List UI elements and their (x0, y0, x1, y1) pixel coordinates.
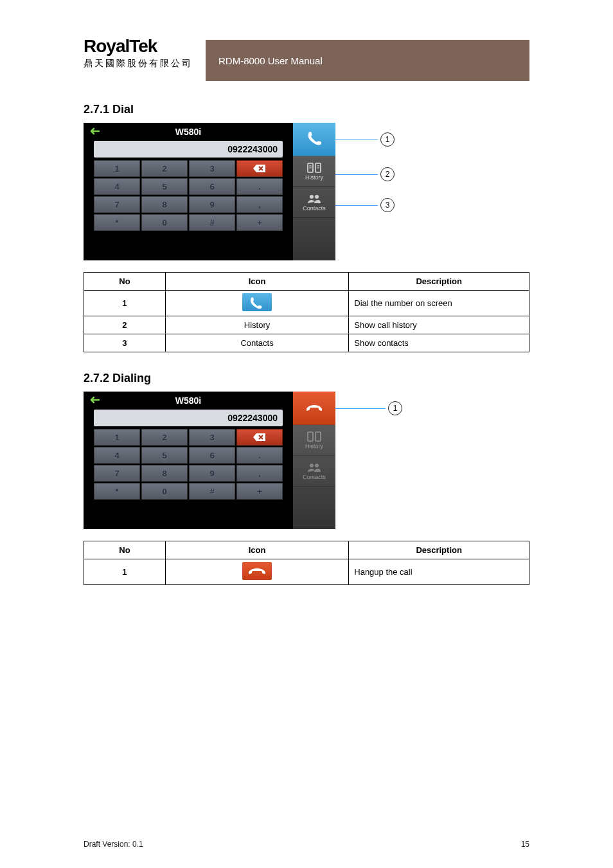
th-desc: Description (349, 273, 529, 291)
back-icon[interactable] (89, 126, 100, 138)
table-row: 2 History Show call history (84, 316, 529, 334)
key-comma[interactable]: , (236, 465, 283, 482)
logo-title: RoyalTek (84, 36, 193, 57)
key-backspace[interactable] (236, 160, 283, 177)
device-frame: W580i 0922243000 1 2 3 4 5 6 . (84, 123, 335, 260)
key-3[interactable]: 3 (189, 429, 235, 446)
contacts-button[interactable]: Contacts (293, 187, 335, 218)
device-title: W580i (175, 395, 201, 406)
key-7[interactable]: 7 (94, 196, 140, 213)
key-1[interactable]: 1 (94, 429, 140, 446)
th-icon: Icon (165, 273, 348, 291)
contacts-label: Contacts (303, 205, 326, 212)
footer-version: Draft Version: 0.1 (84, 840, 143, 849)
footer-page-number: 15 (521, 840, 529, 849)
brand-logo: RoyalTek 鼎天國際股份有限公司 (84, 36, 193, 69)
description-table-2: No Icon Description 1 Hangup the call (84, 541, 529, 585)
key-4[interactable]: 4 (94, 447, 140, 464)
contacts-icon (306, 462, 322, 473)
key-star[interactable]: * (94, 483, 140, 500)
key-8[interactable]: 8 (141, 465, 188, 482)
history-button[interactable]: History (293, 425, 335, 456)
key-2[interactable]: 2 (141, 429, 188, 446)
key-5[interactable]: 5 (141, 447, 188, 464)
backspace-icon (253, 164, 267, 173)
row-desc: Show contacts (349, 334, 529, 352)
key-6[interactable]: 6 (189, 447, 235, 464)
key-0[interactable]: 0 (141, 483, 188, 500)
key-backspace[interactable] (236, 429, 283, 446)
key-0[interactable]: 0 (141, 214, 188, 231)
section-title-dial: 2.7.1 Dial (84, 103, 529, 116)
th-no: No (84, 273, 166, 291)
table-row: 1 Dial the number on screen (84, 291, 529, 316)
history-label: History (305, 443, 323, 449)
device-title: W580i (175, 127, 201, 137)
phone-icon (305, 130, 323, 148)
callout-line (335, 174, 378, 175)
number-display: 0922243000 (94, 410, 283, 426)
svg-point-11 (315, 464, 319, 467)
callout-line (335, 205, 378, 206)
callout-line (335, 140, 378, 140)
key-plus[interactable]: + (236, 214, 283, 231)
table-row: 3 Contacts Show contacts (84, 334, 529, 352)
key-9[interactable]: 9 (189, 465, 235, 482)
key-6[interactable]: 6 (189, 178, 235, 195)
hangup-mini-icon (242, 562, 272, 580)
device-titlebar: W580i (84, 392, 293, 410)
row-no: 1 (84, 291, 166, 316)
dial-button[interactable] (293, 123, 335, 156)
key-7[interactable]: 7 (94, 465, 140, 482)
key-3[interactable]: 3 (189, 160, 235, 177)
key-hash[interactable]: # (189, 483, 235, 500)
dial-keypad: 1 2 3 4 5 6 . 7 8 9 (94, 429, 283, 500)
device-titlebar: W580i (84, 123, 293, 141)
callout-1: 1 (388, 401, 402, 415)
key-5[interactable]: 5 (141, 178, 188, 195)
row-no: 2 (84, 316, 166, 334)
row-desc: Hangup the call (349, 559, 529, 585)
contacts-icon (306, 193, 322, 204)
key-dot[interactable]: . (236, 447, 283, 464)
row-desc: Show call history (349, 316, 529, 334)
svg-point-6 (310, 195, 314, 199)
page-footer: Draft Version: 0.1 15 (0, 840, 613, 849)
svg-point-10 (310, 464, 314, 467)
th-desc: Description (349, 541, 529, 559)
history-label: History (305, 174, 323, 181)
key-star[interactable]: * (94, 214, 140, 231)
contacts-button[interactable]: Contacts (293, 456, 335, 487)
callout-3: 3 (380, 198, 395, 212)
dial-keypad: 1 2 3 4 5 6 . 7 8 9 , * (94, 160, 283, 231)
row-no: 3 (84, 334, 166, 352)
page-header: RoyalTek 鼎天國際股份有限公司 RDM-8000 User Manual (84, 36, 529, 81)
key-1[interactable]: 1 (94, 160, 140, 177)
dial-mini-icon (242, 293, 272, 311)
history-button[interactable]: History (293, 156, 335, 187)
row-icon (165, 559, 348, 585)
svg-point-7 (315, 195, 319, 199)
key-comma[interactable]: , (236, 196, 283, 213)
key-hash[interactable]: # (189, 214, 235, 231)
key-9[interactable]: 9 (189, 196, 235, 213)
back-icon[interactable] (89, 395, 100, 407)
screenshot-dial: W580i 0922243000 1 2 3 4 5 6 . (84, 123, 529, 260)
hangup-button[interactable] (293, 392, 335, 425)
svg-rect-9 (315, 432, 321, 441)
callout-line (335, 408, 386, 409)
header-bar: RDM-8000 User Manual (206, 40, 529, 81)
key-dot[interactable]: . (236, 178, 283, 195)
key-8[interactable]: 8 (141, 196, 188, 213)
key-2[interactable]: 2 (141, 160, 188, 177)
description-table-1: No Icon Description 1 Dial the number on… (84, 272, 529, 352)
row-icon (165, 291, 348, 316)
key-4[interactable]: 4 (94, 178, 140, 195)
history-icon (306, 431, 322, 442)
table-row: 1 Hangup the call (84, 559, 529, 585)
callout-2: 2 (380, 167, 395, 181)
row-no: 1 (84, 559, 166, 585)
key-plus[interactable]: + (236, 483, 283, 500)
th-no: No (84, 541, 166, 559)
svg-rect-8 (308, 432, 313, 441)
